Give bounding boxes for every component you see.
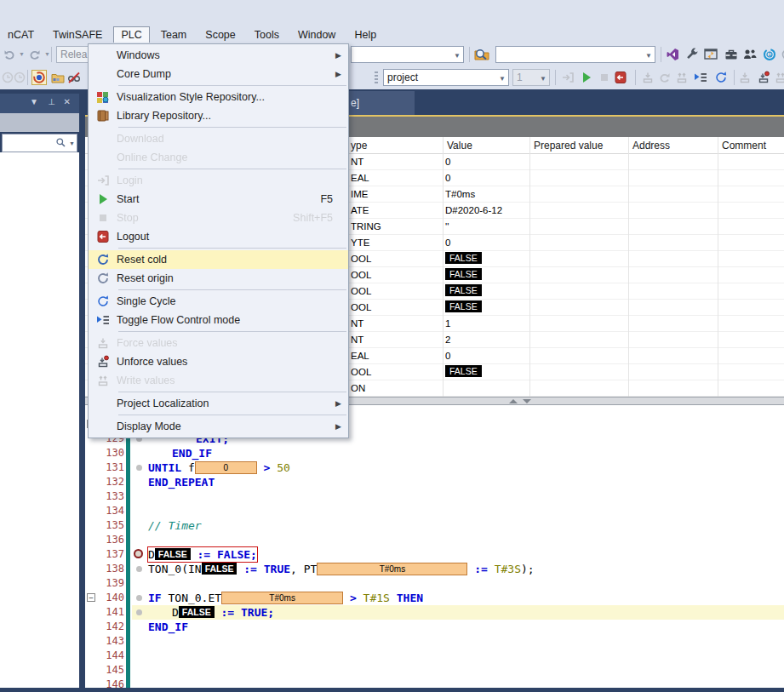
flow-control-icon[interactable] — [693, 70, 708, 85]
menubar-item-ncat[interactable]: nCAT — [0, 27, 42, 43]
watch-row-value-badge: FALSE — [445, 300, 482, 312]
compare-window-icon[interactable] — [703, 47, 718, 62]
menu-item-logout[interactable]: Logout — [89, 227, 348, 246]
force-values-icon[interactable] — [737, 70, 753, 85]
breakpoint-icon[interactable] — [134, 549, 143, 558]
menu-item-reset-cold[interactable]: Reset cold — [89, 250, 348, 269]
code-line-130[interactable]: 130END_IF — [85, 446, 784, 460]
code-line-131[interactable]: 131UNTIL f0 > 50 — [85, 460, 784, 475]
code-line-132[interactable]: 132END_REPEAT — [85, 475, 784, 489]
code-token: := TRUE — [237, 563, 290, 575]
menu-item-display-mode[interactable]: Display Mode▶ — [89, 417, 348, 436]
clipped-icon[interactable] — [780, 47, 784, 62]
code-line-134[interactable]: 134 — [85, 504, 784, 518]
column-divider[interactable] — [628, 137, 629, 397]
column-header-prepared-value[interactable]: Prepared value — [534, 140, 603, 152]
project-combo[interactable]: project▼ — [383, 69, 509, 86]
panel-search-box[interactable]: ▼ — [2, 134, 77, 152]
search-combo[interactable]: ▼ — [495, 46, 655, 63]
statement-dot-icon[interactable] — [136, 609, 142, 615]
column-header-value[interactable]: Value — [447, 140, 472, 152]
search-caret-icon[interactable]: ▼ — [69, 140, 75, 146]
column-divider[interactable] — [718, 137, 718, 397]
code-line-144[interactable]: 144 — [85, 649, 784, 663]
menu-item-project-localization[interactable]: Project Localization▶ — [89, 394, 348, 413]
login-icon[interactable] — [560, 70, 575, 85]
start-icon[interactable] — [579, 70, 594, 85]
write-values-icon[interactable] — [773, 70, 784, 85]
logout-icon[interactable] — [613, 70, 628, 85]
step-out-icon[interactable] — [674, 70, 690, 85]
online-view-toggle-icon[interactable] — [31, 70, 47, 85]
step-over-icon[interactable] — [640, 70, 655, 85]
team-users-icon[interactable] — [742, 47, 758, 62]
window-position-icon[interactable]: ▼ — [30, 97, 38, 106]
code-line-143[interactable]: 143 — [85, 634, 784, 649]
redo-icon[interactable] — [27, 47, 43, 62]
viz-icon — [89, 90, 117, 104]
menubar-item-scope[interactable]: Scope — [197, 27, 243, 43]
code-token: THEN — [390, 592, 423, 604]
tool-window-header: ▼ ⊥ ✕ — [0, 94, 79, 113]
search-folder-icon[interactable] — [474, 47, 489, 62]
code-line-135[interactable]: 135// Timer — [85, 518, 784, 533]
code-line-133[interactable]: 133 — [85, 489, 784, 504]
code-line-139[interactable]: 139 — [85, 576, 784, 591]
instance-combo[interactable]: 1▼ — [512, 69, 550, 86]
toolbox-icon[interactable] — [724, 47, 739, 62]
menubar-item-help[interactable]: Help — [346, 27, 384, 43]
statement-dot-icon[interactable] — [136, 595, 142, 601]
twincat-runtime-icon[interactable]: 1 — [762, 47, 777, 62]
column-divider[interactable] — [443, 137, 444, 397]
code-line-141[interactable]: 141DFALSE := TRUE; — [85, 605, 784, 620]
redo-caret-icon[interactable]: ▼ — [44, 51, 50, 57]
column-header-ype[interactable]: ype — [351, 140, 367, 152]
menu-item-start[interactable]: StartF5 — [89, 190, 348, 209]
undo-caret-icon[interactable]: ▼ — [19, 51, 25, 57]
menu-item-reset-origin[interactable]: Reset origin — [89, 269, 348, 288]
watch-row-value: 0 — [445, 157, 450, 167]
menu-item-visualization-style-repository[interactable]: Visualization Style Repository... — [89, 88, 348, 106]
reset-icon[interactable] — [713, 70, 729, 85]
submenu-arrow-icon: ▶ — [335, 399, 341, 408]
column-header-address[interactable]: Address — [632, 140, 670, 152]
folder-pair-icon[interactable] — [50, 70, 66, 85]
menubar-item-tools[interactable]: Tools — [247, 27, 287, 43]
menu-item-toggle-flow-control-mode[interactable]: Toggle Flow Control mode — [89, 311, 348, 329]
open-in-vs-icon[interactable] — [666, 47, 681, 62]
menubar-item-window[interactable]: Window — [290, 27, 343, 43]
menubar-item-twinsafe[interactable]: TwinSAFE — [45, 27, 110, 43]
step-into-icon[interactable] — [657, 70, 672, 85]
menu-item-library-repository[interactable]: Library Repository... — [89, 106, 348, 125]
menu-item-core-dump[interactable]: Core Dump▶ — [89, 65, 348, 83]
splitter-up-icon[interactable] — [509, 399, 518, 403]
column-header-comment[interactable]: Comment — [722, 140, 766, 152]
configuration-combo[interactable]: Relea — [56, 46, 90, 63]
undo-icon[interactable] — [2, 47, 17, 62]
menubar-item-team[interactable]: Team — [153, 27, 195, 43]
menu-item-single-cycle[interactable]: Single Cycle — [89, 292, 348, 311]
unforce-values-icon[interactable] — [756, 70, 771, 85]
code-line-137[interactable]: 137DFALSE := FALSE; — [85, 547, 784, 562]
wrench-settings-icon[interactable] — [684, 47, 700, 62]
code-line-140[interactable]: −140IF TON_0.ETT#0ms > T#1S THEN — [85, 591, 784, 605]
hide-view-icon[interactable] — [66, 70, 82, 85]
code-line-136[interactable]: 136 — [85, 533, 784, 547]
code-line-142[interactable]: 142END_IF — [85, 620, 784, 634]
code-line-138[interactable]: 138TON_0(INFALSE := TRUE, PTT#0ms := T#3… — [85, 562, 784, 576]
splitter-down-icon[interactable] — [523, 399, 531, 403]
menu-item-unforce-values[interactable]: Unforce values — [89, 352, 348, 371]
statement-dot-icon[interactable] — [136, 465, 142, 471]
menubar-item-plc[interactable]: PLC — [113, 26, 149, 43]
toolbar-grip[interactable] — [375, 71, 378, 84]
statement-dot-icon[interactable] — [136, 566, 142, 572]
column-divider[interactable] — [529, 137, 530, 397]
pin-icon[interactable]: ⊥ — [48, 97, 55, 106]
code-line-145[interactable]: 145 — [85, 663, 784, 678]
stop-icon[interactable] — [597, 70, 612, 85]
close-icon[interactable]: ✕ — [64, 97, 71, 106]
code-editor[interactable]: −128IF i0 > 5 THEN129EXIT;130END_IF131UN… — [85, 405, 784, 688]
menu-item-windows[interactable]: Windows▶ — [89, 46, 348, 65]
history-icon[interactable] — [12, 70, 27, 85]
platform-combo[interactable]: ▼ — [351, 46, 464, 63]
